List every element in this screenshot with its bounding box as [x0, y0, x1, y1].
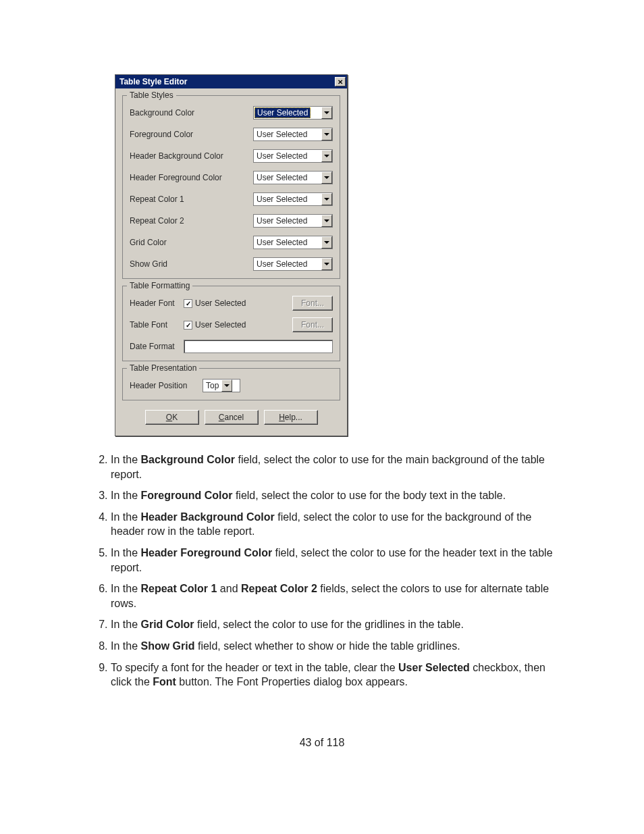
- table-presentation-group: Table Presentation Header Position Top: [122, 368, 340, 400]
- dialog-body: Table Styles Background ColorUser Select…: [115, 88, 347, 436]
- style-row-label: Repeat Color 1: [130, 194, 253, 204]
- header-position-combo[interactable]: Top: [203, 379, 240, 392]
- style-row-label: Grid Color: [130, 238, 253, 247]
- style-row: Foreground ColorUser Selected: [130, 127, 333, 142]
- style-row: Repeat Color 1User Selected: [130, 192, 333, 207]
- group-legend: Table Presentation: [127, 363, 199, 373]
- style-row-label: Repeat Color 2: [130, 216, 253, 226]
- table-formatting-group: Table Formatting Header Font ✓ User Sele…: [122, 286, 340, 361]
- dropdown-button[interactable]: [321, 172, 332, 184]
- chevron-down-icon: [224, 384, 230, 387]
- table-font-label: Table Font: [130, 320, 184, 330]
- combo-value: User Selected: [254, 193, 321, 205]
- check-icon: ✓: [186, 300, 191, 307]
- chevron-down-icon: [324, 111, 329, 114]
- help-button[interactable]: Help...: [264, 410, 318, 425]
- style-row-label: Foreground Color: [130, 130, 253, 139]
- dropdown-button[interactable]: [321, 150, 332, 162]
- dropdown-button[interactable]: [321, 193, 332, 205]
- instruction-item: In the Background Color field, select th…: [111, 452, 563, 481]
- dropdown-button[interactable]: [321, 215, 332, 227]
- table-font-user-selected-checkbox[interactable]: ✓: [184, 321, 192, 330]
- header-position-label: Header Position: [130, 381, 203, 390]
- style-combo[interactable]: User Selected: [253, 236, 333, 249]
- combo-value: User Selected: [254, 107, 311, 118]
- style-row: Grid ColorUser Selected: [130, 235, 333, 250]
- style-row-label: Background Color: [130, 108, 253, 118]
- instruction-item: In the Grid Color field, select the colo…: [111, 617, 563, 632]
- combo-value: User Selected: [254, 215, 321, 227]
- instruction-item: In the Show Grid field, select whether t…: [111, 639, 563, 654]
- table-styles-group: Table Styles Background ColorUser Select…: [122, 95, 340, 279]
- check-icon: ✓: [186, 321, 191, 329]
- date-format-input[interactable]: [184, 340, 333, 353]
- checkbox-label: User Selected: [195, 298, 246, 308]
- style-combo[interactable]: User Selected: [253, 171, 333, 184]
- style-row-label: Show Grid: [130, 259, 253, 269]
- style-combo[interactable]: User Selected: [253, 214, 333, 228]
- dialog-titlebar: Table Style Editor ✕: [115, 75, 347, 88]
- group-legend: Table Styles: [127, 90, 176, 100]
- combo-value: User Selected: [254, 172, 321, 184]
- cancel-button[interactable]: Cancel: [205, 410, 259, 425]
- combo-value: User Selected: [254, 150, 321, 162]
- header-font-button[interactable]: Font...: [292, 296, 333, 311]
- close-icon: ✕: [338, 78, 343, 86]
- chevron-down-icon: [324, 176, 329, 179]
- instruction-item: In the Foreground Color field, select th…: [111, 488, 563, 503]
- page-footer: 43 of 118: [81, 737, 563, 749]
- style-combo[interactable]: User Selected: [253, 149, 333, 163]
- style-combo[interactable]: User Selected: [253, 257, 333, 271]
- header-font-user-selected-checkbox[interactable]: ✓: [184, 299, 192, 308]
- style-combo[interactable]: User Selected: [253, 192, 333, 206]
- group-legend: Table Formatting: [127, 281, 192, 290]
- chevron-down-icon: [324, 263, 329, 265]
- style-row: Header Foreground ColorUser Selected: [130, 170, 333, 185]
- dialog-button-row: OK Cancel Help...: [122, 407, 340, 430]
- dropdown-button[interactable]: [321, 236, 332, 249]
- instructions-list: In the Background Color field, select th…: [81, 452, 563, 689]
- chevron-down-icon: [324, 219, 329, 222]
- chevron-down-icon: [324, 198, 329, 201]
- header-font-label: Header Font: [130, 298, 184, 308]
- dropdown-button[interactable]: [321, 107, 332, 119]
- style-combo[interactable]: User Selected: [253, 128, 333, 141]
- ok-button[interactable]: OK: [145, 410, 199, 425]
- instruction-item: To specify a font for the header or text…: [111, 660, 563, 689]
- style-row: Repeat Color 2User Selected: [130, 213, 333, 228]
- dialog-title: Table Style Editor: [119, 77, 335, 86]
- dropdown-button[interactable]: [221, 380, 232, 392]
- instruction-item: In the Header Background Color field, se…: [111, 510, 563, 539]
- table-font-button[interactable]: Font...: [292, 317, 333, 332]
- style-row: Header Background ColorUser Selected: [130, 149, 333, 163]
- style-row-label: Header Background Color: [130, 151, 253, 161]
- combo-value: User Selected: [254, 258, 321, 270]
- chevron-down-icon: [324, 241, 329, 244]
- close-button[interactable]: ✕: [335, 77, 346, 86]
- date-format-label: Date Format: [130, 342, 184, 351]
- style-row: Show GridUser Selected: [130, 257, 333, 271]
- instruction-item: In the Repeat Color 1 and Repeat Color 2…: [111, 581, 563, 610]
- combo-value: User Selected: [254, 236, 321, 249]
- style-row: Background ColorUser Selected: [130, 105, 333, 120]
- chevron-down-icon: [324, 133, 329, 136]
- combo-value: User Selected: [254, 128, 321, 140]
- table-style-editor-dialog: Table Style Editor ✕ Table Styles Backgr…: [115, 74, 348, 436]
- style-combo[interactable]: User Selected: [253, 106, 333, 120]
- checkbox-label: User Selected: [195, 320, 246, 330]
- instruction-item: In the Header Foreground Color field, se…: [111, 546, 563, 575]
- dropdown-button[interactable]: [321, 128, 332, 140]
- chevron-down-icon: [324, 155, 329, 157]
- dropdown-button[interactable]: [321, 258, 332, 270]
- style-row-label: Header Foreground Color: [130, 173, 253, 182]
